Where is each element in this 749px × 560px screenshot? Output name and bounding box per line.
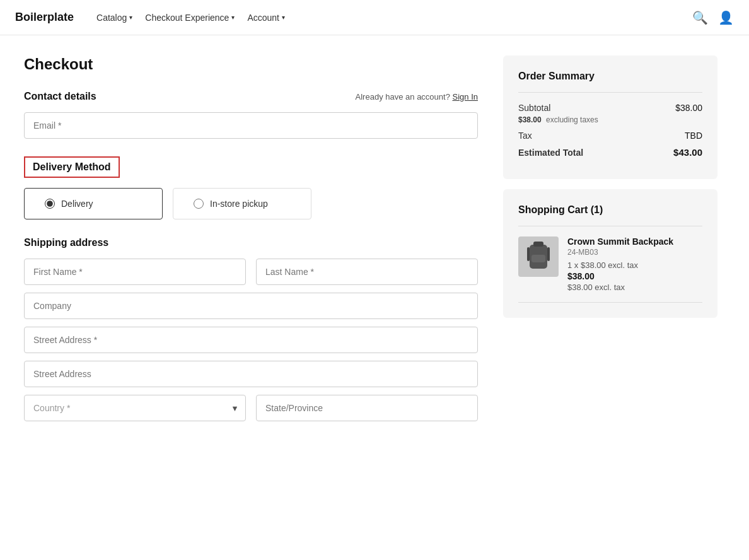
cart-item: Crown Summit Backpack 24-MB03 1 x $38.00… — [518, 236, 702, 292]
cart-item-price-excl: $38.00 excl. tax — [567, 283, 702, 292]
sign-in-prompt: Already have an account? Sign In — [356, 92, 478, 102]
cart-bottom-divider — [518, 302, 702, 303]
estimated-total-label: Estimated Total — [518, 148, 583, 158]
delivery-method-section: Delivery Method Delivery In-store pickup — [24, 156, 478, 219]
search-icon: 🔍 — [692, 11, 708, 25]
email-input[interactable] — [24, 112, 478, 139]
brand-logo[interactable]: Boilerplate — [15, 11, 74, 24]
estimated-total-value: $43.00 — [673, 147, 702, 158]
order-summary-panel: Order Summary Subtotal $38.00 $38.00 exc… — [503, 55, 717, 179]
first-name-input[interactable] — [24, 259, 246, 285]
delivery-option-delivery[interactable]: Delivery — [24, 188, 163, 219]
company-input[interactable] — [24, 293, 478, 319]
last-name-input[interactable] — [256, 259, 478, 285]
subtotal-label: Subtotal — [518, 103, 550, 113]
delivery-method-title-box: Delivery Method — [24, 156, 120, 178]
cart-divider — [518, 226, 702, 226]
state-province-input[interactable] — [256, 395, 478, 421]
contact-details-section: Contact details Already have an account?… — [24, 91, 478, 139]
street-address-1-input[interactable] — [24, 327, 478, 353]
sign-in-link[interactable]: Sign In — [453, 92, 478, 102]
cart-item-name: Crown Summit Backpack — [567, 236, 702, 247]
search-button[interactable]: 🔍 — [692, 10, 708, 25]
cart-item-price: $38.00 — [567, 271, 702, 281]
cart-item-qty-price: 1 x $38.00 excl. tax — [567, 260, 702, 270]
svg-rect-2 — [531, 255, 545, 262]
svg-rect-1 — [533, 242, 543, 247]
cart-item-sku: 24-MB03 — [567, 248, 702, 257]
tax-label: Tax — [518, 131, 532, 141]
delivery-radio[interactable] — [45, 199, 55, 209]
cart-item-image — [518, 236, 559, 277]
account-button[interactable]: 👤 — [718, 10, 734, 25]
svg-rect-3 — [527, 247, 530, 261]
contact-details-title: Contact details — [24, 91, 96, 102]
tax-value: TBD — [685, 131, 702, 141]
checkout-exp-chevron-icon: ▾ — [231, 14, 235, 21]
order-summary-divider — [518, 92, 702, 93]
country-select-wrapper: Country * ▾ — [24, 395, 246, 421]
header: Boilerplate Catalog ▾ Checkout Experienc… — [0, 0, 749, 35]
shipping-address-title: Shipping address — [24, 237, 478, 248]
nav-account[interactable]: Account ▾ — [242, 10, 290, 25]
shopping-cart-panel: Shopping Cart (1) Crown Summit Backpack … — [503, 189, 717, 318]
svg-rect-4 — [547, 247, 550, 261]
backpack-icon — [525, 240, 552, 274]
street-address-2-input[interactable] — [24, 361, 478, 387]
cart-item-details: Crown Summit Backpack 24-MB03 1 x $38.00… — [567, 236, 702, 292]
page-title: Checkout — [24, 55, 478, 73]
catalog-chevron-icon: ▾ — [129, 14, 132, 21]
shipping-address-section: Shipping address — [24, 237, 478, 421]
nav-checkout-experience[interactable]: Checkout Experience ▾ — [140, 10, 240, 25]
order-summary-title: Order Summary — [518, 71, 702, 82]
subtotal-note: $38.00 excluding taxes — [518, 115, 702, 124]
delivery-method-title: Delivery Method — [33, 161, 111, 172]
nav-catalog[interactable]: Catalog ▾ — [91, 10, 137, 25]
shopping-cart-title: Shopping Cart (1) — [518, 204, 702, 216]
instore-radio[interactable] — [194, 199, 204, 209]
country-select[interactable]: Country * — [24, 395, 246, 421]
delivery-option-instore[interactable]: In-store pickup — [173, 188, 311, 219]
user-icon: 👤 — [718, 11, 734, 25]
account-chevron-icon: ▾ — [282, 14, 285, 21]
subtotal-value: $38.00 — [675, 103, 702, 113]
main-nav: Catalog ▾ Checkout Experience ▾ Account … — [91, 10, 290, 25]
